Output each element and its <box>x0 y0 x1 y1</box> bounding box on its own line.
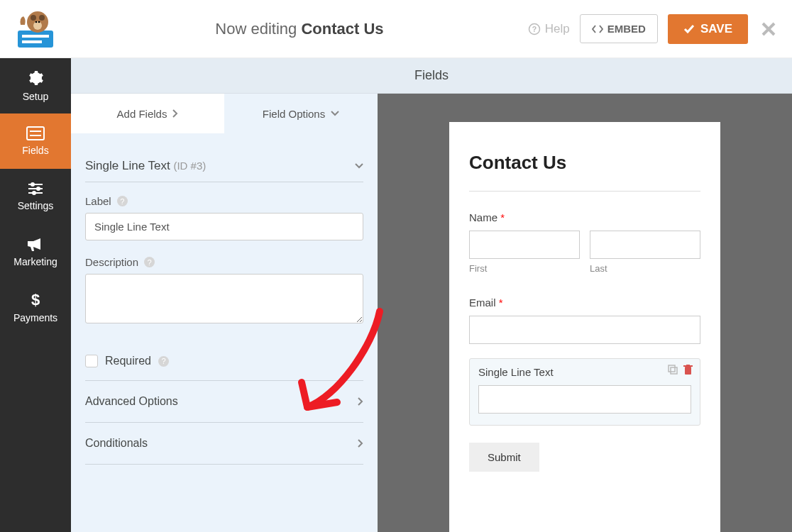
bullhorn-icon <box>26 236 45 252</box>
help-icon: ? <box>528 23 541 35</box>
svg-rect-11 <box>27 127 44 140</box>
description-block: Description ? <box>85 256 363 326</box>
advanced-options-row[interactable]: Advanced Options <box>85 381 363 423</box>
field-type: Single Line Text <box>85 159 170 172</box>
svg-point-7 <box>35 21 38 23</box>
svg-rect-2 <box>22 40 42 43</box>
sidebar: Setup Fields Settings Marketing $ Paymen… <box>0 58 71 532</box>
panel-tabs: Add Fields Field Options <box>71 94 378 133</box>
chevron-right-icon <box>358 439 363 448</box>
close-button[interactable] <box>761 21 792 37</box>
tab-label: Field Options <box>263 108 325 120</box>
svg-text:$: $ <box>31 291 40 308</box>
svg-text:?: ? <box>532 24 537 33</box>
main-title: Fields <box>71 58 792 94</box>
topbar: Now editing Contact Us ? Help EMBED SAVE <box>0 0 792 58</box>
options-panel: Add Fields Field Options Single Line Tex… <box>71 94 378 532</box>
required-asterisk: * <box>497 211 505 223</box>
logo <box>0 0 71 57</box>
conditionals-label: Conditionals <box>85 437 148 450</box>
svg-rect-21 <box>669 365 675 372</box>
code-icon <box>592 24 603 34</box>
embed-label: EMBED <box>607 23 646 35</box>
chevron-right-icon <box>172 109 178 118</box>
first-name-input[interactable] <box>469 231 580 259</box>
svg-point-19 <box>33 192 35 194</box>
advanced-label: Advanced Options <box>85 395 178 408</box>
editing-prefix: Now editing <box>215 20 301 38</box>
required-row[interactable]: Required ? <box>85 342 363 381</box>
dollar-icon: $ <box>31 291 40 308</box>
chevron-right-icon <box>358 397 363 406</box>
help-label: Help <box>545 22 570 36</box>
sidebar-item-marketing[interactable]: Marketing <box>0 224 71 279</box>
svg-point-17 <box>37 187 40 190</box>
description-input[interactable] <box>85 274 363 323</box>
tab-add-fields[interactable]: Add Fields <box>71 94 224 133</box>
sidebar-item-label: Settings <box>18 200 54 211</box>
sidebar-item-label: Payments <box>13 312 57 323</box>
single-line-input[interactable] <box>478 385 691 414</box>
svg-rect-23 <box>685 367 691 375</box>
sidebar-item-setup[interactable]: Setup <box>0 58 71 113</box>
svg-rect-0 <box>18 31 53 48</box>
first-sublabel: First <box>469 263 580 274</box>
wpforms-logo-icon <box>11 8 60 50</box>
description-caption: Description <box>85 256 138 268</box>
save-label: SAVE <box>700 22 732 36</box>
field-header[interactable]: Single Line Text (ID #3) <box>85 150 363 182</box>
name-field[interactable]: First Last <box>469 231 700 274</box>
sliders-icon <box>27 182 44 196</box>
conditionals-row[interactable]: Conditionals <box>85 423 363 465</box>
help-icon[interactable]: ? <box>117 196 128 206</box>
check-icon <box>683 24 695 34</box>
single-line-label: Single Line Text <box>478 366 691 378</box>
svg-point-15 <box>31 183 34 186</box>
svg-point-8 <box>38 21 40 23</box>
close-icon <box>761 21 776 37</box>
submit-button[interactable]: Submit <box>469 443 539 472</box>
required-checkbox[interactable] <box>85 355 98 367</box>
svg-rect-25 <box>686 365 690 366</box>
svg-rect-1 <box>22 35 49 38</box>
label-block: Label ? <box>85 195 363 240</box>
main: Fields Add Fields Field Options <box>71 58 792 532</box>
label-caption: Label <box>85 195 111 207</box>
label-input[interactable] <box>85 213 363 240</box>
name-label: Name <box>469 211 497 223</box>
help-icon[interactable]: ? <box>158 356 169 367</box>
top-actions: ? Help EMBED SAVE <box>528 14 761 44</box>
last-name-input[interactable] <box>590 231 700 259</box>
delete-icon[interactable] <box>683 365 693 375</box>
help-icon[interactable]: ? <box>144 257 155 267</box>
save-button[interactable]: SAVE <box>668 14 748 44</box>
required-asterisk: * <box>496 297 503 309</box>
field-id: (ID #3) <box>173 160 206 172</box>
preview-title: Contact Us <box>469 152 700 192</box>
form-preview: Contact Us Name * First Last <box>449 122 720 532</box>
svg-point-4 <box>31 15 36 21</box>
help-link[interactable]: ? Help <box>528 22 570 36</box>
selected-field[interactable]: Single Line Text <box>469 358 700 426</box>
sidebar-item-payments[interactable]: $ Payments <box>0 279 71 335</box>
editing-title: Now editing Contact Us <box>71 20 528 38</box>
email-input[interactable] <box>469 316 700 344</box>
sidebar-item-settings[interactable]: Settings <box>0 169 71 224</box>
preview-canvas: Contact Us Name * First Last <box>378 94 792 532</box>
sidebar-item-label: Marketing <box>13 256 57 267</box>
sidebar-item-fields[interactable]: Fields <box>0 113 71 169</box>
svg-rect-13 <box>30 135 41 136</box>
sidebar-item-label: Setup <box>23 91 49 102</box>
chevron-down-icon <box>331 111 339 116</box>
app-body: Setup Fields Settings Marketing $ Paymen… <box>0 58 792 532</box>
columns: Add Fields Field Options Single Line Tex… <box>71 94 792 532</box>
embed-button[interactable]: EMBED <box>580 14 658 43</box>
chevron-down-icon <box>355 163 363 169</box>
tab-field-options[interactable]: Field Options <box>224 94 378 133</box>
sidebar-item-label: Fields <box>22 145 48 156</box>
svg-point-6 <box>33 21 42 30</box>
field-options: Single Line Text (ID #3) Label ? <box>71 133 378 482</box>
email-label: Email <box>469 297 496 309</box>
duplicate-icon[interactable] <box>668 365 678 375</box>
gear-icon <box>27 70 44 87</box>
